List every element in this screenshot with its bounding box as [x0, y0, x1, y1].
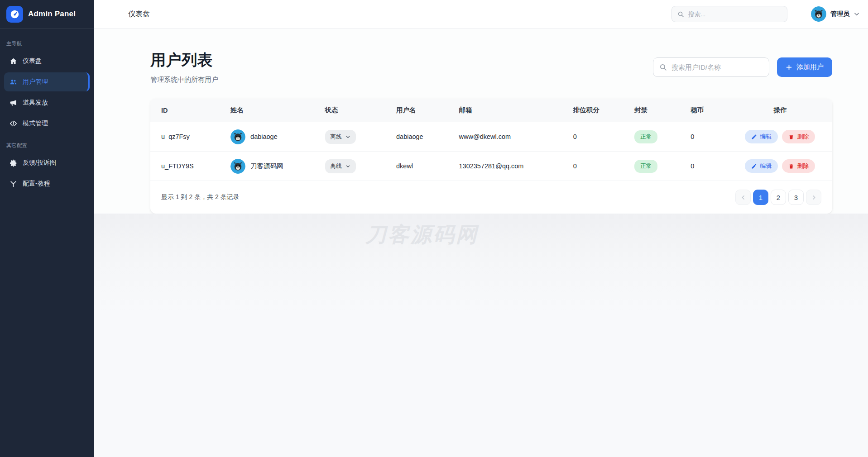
- sidebar-item-label: 模式管理: [23, 119, 48, 128]
- table-row: u_FTDY9S 刀客源码网 离线 dkewl 1302357281@qq.co…: [150, 152, 832, 181]
- edit-button[interactable]: 编辑: [745, 159, 778, 173]
- user-search: [653, 57, 769, 77]
- col-header-name: 姓名: [230, 106, 325, 114]
- brand: Admin Panel: [0, 0, 94, 29]
- topbar-title: 仪表盘: [128, 10, 150, 19]
- col-header-status: 状态: [325, 106, 396, 114]
- cell-points: 0: [573, 133, 635, 140]
- page-subtitle: 管理系统中的所有用户: [150, 76, 218, 84]
- ban-status-badge: 正常: [634, 160, 657, 173]
- add-user-button[interactable]: 添加用户: [777, 57, 832, 77]
- megaphone-icon: [10, 99, 17, 107]
- pencil-icon: [751, 134, 757, 140]
- content-lower: 刀客源码网: [94, 214, 868, 457]
- cell-user-name: 刀客源码网: [250, 162, 283, 171]
- sidebar-item-item-grant[interactable]: 道具发放: [4, 93, 90, 112]
- sidebar-item-config-tutorial[interactable]: 配置-教程: [4, 174, 90, 193]
- status-value: 离线: [331, 133, 342, 141]
- pagination: 1 2 3: [735, 190, 821, 205]
- delete-label: 删除: [797, 133, 809, 141]
- status-select[interactable]: 离线: [325, 159, 356, 173]
- search-icon: [659, 63, 667, 71]
- code-icon: [10, 120, 17, 128]
- col-header-email: 邮箱: [459, 106, 573, 114]
- status-select[interactable]: 离线: [325, 130, 356, 144]
- speedometer-logo-icon: [6, 6, 23, 23]
- user-name: 管理员: [830, 10, 849, 18]
- delete-button[interactable]: 删除: [782, 130, 815, 143]
- search-icon: [677, 11, 684, 18]
- edit-label: 编辑: [760, 162, 772, 170]
- sidebar-item-label: 配置-教程: [23, 180, 50, 188]
- table-row: u_qz7Fsy dabiaoge 离线 dabiaoge www@dkewl.…: [150, 122, 832, 152]
- chevron-left-icon: [740, 195, 746, 200]
- branch-icon: [10, 180, 17, 188]
- user-avatar: [811, 6, 826, 22]
- sidebar-item-mode-management[interactable]: 模式管理: [4, 114, 90, 133]
- home-icon: [10, 57, 17, 65]
- sidebar-item-users[interactable]: 用户管理: [4, 72, 90, 91]
- table-footer: 显示 1 到 2 条，共 2 条记录 1 2 3: [150, 181, 832, 214]
- ban-status-badge: 正常: [634, 130, 657, 143]
- page-button-2[interactable]: 2: [771, 190, 786, 205]
- cell-email: 1302357281@qq.com: [459, 162, 573, 170]
- sidebar-item-feedback[interactable]: 反馈/投诉图: [4, 153, 90, 172]
- topbar-search: [671, 6, 787, 22]
- sidebar: Admin Panel 主导航 仪表盘 用户管理 道具发放 模式管理: [0, 0, 94, 457]
- nav-section-label-other: 其它配置: [0, 142, 94, 149]
- cell-username: dabiaoge: [396, 133, 459, 140]
- col-header-id: ID: [161, 107, 230, 114]
- cell-user-id: u_FTDY9S: [161, 162, 230, 170]
- col-header-ban: 封禁: [634, 106, 691, 114]
- edit-button[interactable]: 编辑: [745, 130, 778, 143]
- chevron-right-icon: [811, 195, 817, 200]
- trash-icon: [788, 163, 794, 169]
- col-header-points: 排位积分: [573, 106, 635, 114]
- user-search-input[interactable]: [671, 63, 763, 71]
- watermark: 刀客源码网: [365, 221, 479, 249]
- sidebar-item-label: 道具发放: [23, 99, 48, 107]
- sidebar-item-label: 仪表盘: [23, 57, 42, 65]
- user-menu[interactable]: 管理员: [811, 6, 860, 22]
- status-value: 离线: [331, 162, 342, 170]
- prev-page-button[interactable]: [735, 190, 751, 205]
- page-button-3[interactable]: 3: [788, 190, 804, 205]
- row-avatar: [230, 159, 245, 174]
- sidebar-nav: 主导航 仪表盘 用户管理 道具发放 模式管理 其它配置: [0, 29, 94, 198]
- main-area: 仪表盘 管理员 用户列表 管理系统中的所有用户: [94, 0, 868, 457]
- page-head: 用户列表 管理系统中的所有用户 添加用户: [150, 50, 832, 84]
- nav-section-label-main: 主导航: [0, 40, 94, 47]
- page-title: 用户列表: [150, 50, 218, 71]
- col-header-coins: 穗币: [691, 106, 739, 114]
- cell-user-name: dabiaoge: [250, 133, 278, 140]
- table-header-row: ID 姓名 状态 用户名 邮箱 排位积分 封禁 穗币 操作: [150, 99, 832, 122]
- sidebar-item-label: 用户管理: [23, 78, 48, 86]
- sidebar-item-dashboard[interactable]: 仪表盘: [4, 52, 90, 71]
- plus-icon: [786, 64, 792, 71]
- col-header-actions: 操作: [739, 106, 821, 114]
- pencil-icon: [751, 163, 757, 169]
- cell-email: www@dkewl.com: [459, 133, 573, 140]
- row-avatar: [230, 129, 245, 144]
- chevron-down-icon: [854, 11, 860, 17]
- page-button-1[interactable]: 1: [753, 190, 768, 205]
- trash-icon: [788, 134, 794, 140]
- users-icon: [10, 78, 17, 86]
- cell-points: 0: [573, 162, 635, 170]
- records-summary: 显示 1 到 2 条，共 2 条记录: [161, 193, 240, 201]
- app-title: Admin Panel: [28, 10, 76, 19]
- chevron-down-icon: [345, 134, 350, 139]
- gear-icon: [10, 159, 17, 167]
- edit-label: 编辑: [760, 133, 772, 141]
- next-page-button[interactable]: [806, 190, 821, 205]
- cell-coins: 0: [691, 133, 739, 140]
- global-search-input[interactable]: [688, 11, 782, 18]
- chevron-down-icon: [345, 164, 350, 169]
- delete-label: 删除: [797, 162, 809, 170]
- cell-username: dkewl: [396, 162, 459, 170]
- sidebar-item-label: 反馈/投诉图: [23, 159, 56, 167]
- add-user-label: 添加用户: [796, 63, 824, 71]
- col-header-username: 用户名: [396, 106, 459, 114]
- delete-button[interactable]: 删除: [782, 159, 815, 173]
- users-table-card: ID 姓名 状态 用户名 邮箱 排位积分 封禁 穗币 操作 u_qz7Fsy d…: [150, 99, 832, 214]
